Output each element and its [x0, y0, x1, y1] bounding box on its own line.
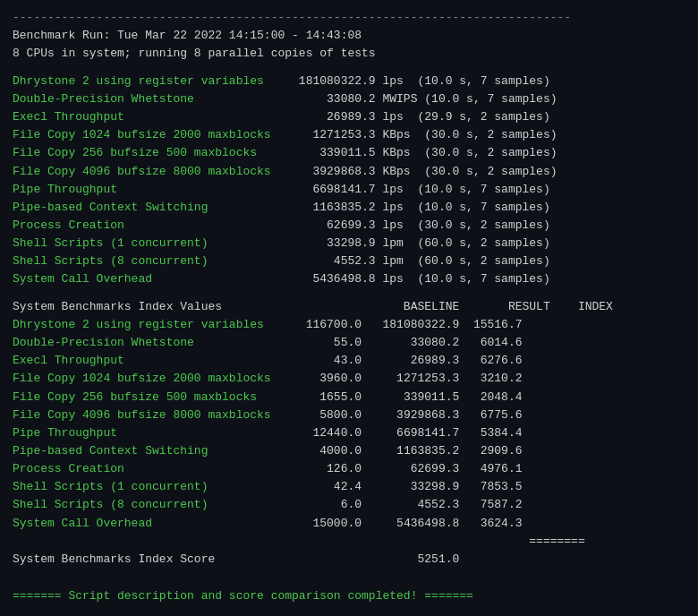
- index-row: Double-Precision Whetstone 55.0 33080.2 …: [13, 334, 685, 352]
- result-row: File Copy 1024 bufsize 2000 maxblocks 12…: [13, 126, 685, 144]
- result-row: File Copy 4096 bufsize 8000 maxblocks 39…: [13, 163, 685, 181]
- index-row: File Copy 4096 bufsize 8000 maxblocks 58…: [13, 406, 685, 424]
- result-row: Pipe Throughput 6698141.7 lps (10.0 s, 7…: [13, 181, 685, 199]
- result-row: Double-Precision Whetstone 33080.2 MWIPS…: [13, 90, 685, 108]
- spacer2: [13, 289, 685, 298]
- result-row: Shell Scripts (1 concurrent) 33298.9 lpm…: [13, 235, 685, 252]
- index-row: Dhrystone 2 using register variables 116…: [13, 316, 685, 334]
- index-row: Shell Scripts (1 concurrent) 42.4 33298.…: [13, 478, 685, 496]
- result-row: Dhrystone 2 using register variables 181…: [13, 73, 685, 90]
- results-section: Dhrystone 2 using register variables 181…: [13, 73, 685, 289]
- spacer3: [13, 569, 685, 578]
- result-row: File Copy 256 bufsize 500 maxblocks 3390…: [13, 144, 685, 162]
- result-row: Shell Scripts (8 concurrent) 4552.3 lpm …: [13, 252, 685, 270]
- spacer4: [13, 578, 685, 586]
- index-row: Execl Throughput 43.0 26989.3 6276.6: [13, 352, 685, 370]
- result-row: System Call Overhead 5436498.8 lps (10.0…: [13, 270, 685, 288]
- index-row: Pipe Throughput 12440.0 6698141.7 5384.4: [13, 424, 685, 442]
- index-row: Shell Scripts (8 concurrent) 6.0 4552.3 …: [13, 496, 685, 514]
- header-line1: Benchmark Run: Tue Mar 22 2022 14:15:00 …: [13, 27, 685, 45]
- header-line2: 8 CPUs in system; running 8 parallel cop…: [13, 45, 685, 63]
- index-row: File Copy 256 bufsize 500 maxblocks 1655…: [13, 389, 685, 406]
- result-row: Process Creation 62699.3 lps (30.0 s, 2 …: [13, 217, 685, 235]
- terminal: ----------------------------------------…: [13, 9, 685, 607]
- index-row: System Call Overhead 15000.0 5436498.8 3…: [13, 515, 685, 533]
- complete-line: ======= Script description and score com…: [13, 587, 685, 605]
- index-row: Pipe-based Context Switching 4000.0 1163…: [13, 442, 685, 460]
- result-row: Execl Throughput 26989.3 lps (29.9 s, 2 …: [13, 108, 685, 126]
- spacer1: [13, 63, 685, 72]
- index-row: File Copy 1024 bufsize 2000 maxblocks 39…: [13, 370, 685, 388]
- equals-separator: ========: [13, 533, 685, 551]
- index-table: Dhrystone 2 using register variables 116…: [13, 316, 685, 533]
- result-row: Pipe-based Context Switching 1163835.2 l…: [13, 199, 685, 217]
- separator-top: ----------------------------------------…: [13, 9, 685, 27]
- index-header: System Benchmarks Index Values BASELINE …: [13, 298, 685, 316]
- index-row: Process Creation 126.0 62699.3 4976.1: [13, 460, 685, 478]
- score-line: System Benchmarks Index Score 5251.0: [13, 551, 685, 569]
